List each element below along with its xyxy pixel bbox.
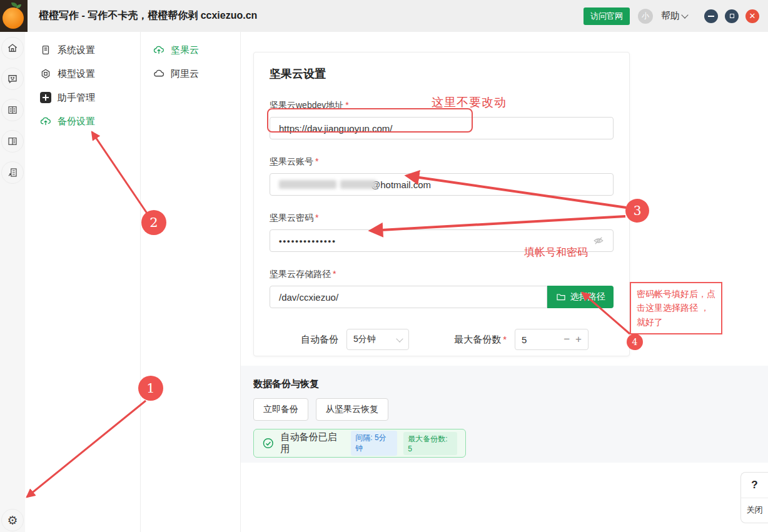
maximize-button[interactable] <box>725 9 739 23</box>
chevron-down-icon <box>681 11 688 18</box>
account-label: 坚果云账号* <box>270 156 614 168</box>
nav-item-assistant-management[interactable]: 助手管理 <box>25 86 140 109</box>
settings-gear-icon[interactable]: ⚙ <box>1 509 24 531</box>
password-input[interactable]: •••••••••••••• <box>270 229 614 252</box>
webdav-value: https://dav.jianguoyun.com/ <box>279 123 393 134</box>
required-asterisk: * <box>315 156 318 166</box>
auto-backup-value: 5分钟 <box>353 334 376 345</box>
pick-path-label: 选择路径 <box>570 291 605 303</box>
account-input[interactable]: @hotmail.com <box>270 173 614 196</box>
auto-backup-label: 自动备份 <box>301 334 338 346</box>
required-asterisk: * <box>503 334 507 344</box>
blurred-account-redaction <box>279 180 336 189</box>
password-label: 坚果云密码* <box>270 213 614 224</box>
account-visible-text: @hotmail.com <box>371 179 431 190</box>
home-icon[interactable] <box>1 37 24 59</box>
max-backup-group: 最大备份数* 5 − + <box>454 329 589 350</box>
nav-item-model-settings[interactable]: 模型设置 <box>25 62 140 86</box>
blurred-account-redaction <box>340 180 376 189</box>
subnav-label: 阿里云 <box>171 68 199 80</box>
folder-icon <box>556 292 566 302</box>
help-menu[interactable]: 帮助 <box>661 10 687 22</box>
minimize-icon <box>708 16 714 17</box>
required-asterisk: * <box>333 269 336 279</box>
chat-icon[interactable] <box>1 68 24 90</box>
subnav-item-jianguoyun[interactable]: 坚果云 <box>141 38 240 62</box>
logo-leaf <box>16 4 21 8</box>
path-field-group: 坚果云存储路径* /dav/ccxiezuo/ 选择路径 <box>270 269 614 308</box>
account-field-group: 坚果云账号* @hotmail.com <box>270 156 614 196</box>
subnav-label: 坚果云 <box>171 44 199 56</box>
titlebar: 橙橙写作 - 写作不卡壳，橙橙帮你剥 ccxiezuo.cn 访问官网 小 帮助… <box>0 0 768 32</box>
auto-backup-select[interactable]: 5分钟 <box>346 329 409 350</box>
webdav-label: 坚果云webdev地址* <box>270 100 614 111</box>
assistant-plus-icon <box>40 92 51 103</box>
icon-rail: ⚙ <box>0 32 25 532</box>
jianguoyun-settings-card: 坚果云设置 坚果云webdev地址* https://dav.jianguoyu… <box>253 52 630 356</box>
minimize-button[interactable] <box>704 9 718 23</box>
titlebar-actions: 访问官网 小 帮助 ✕ <box>584 8 768 25</box>
font-size-toggle[interactable]: 小 <box>638 9 653 24</box>
cloud-icon <box>153 68 164 79</box>
nav-item-system-settings[interactable]: 系统设置 <box>25 38 140 62</box>
backup-restore-section: 数据备份与恢复 立即备份 从坚果云恢复 自动备份已启用 间隔: 5分钟 最大备份… <box>241 366 768 463</box>
eye-off-icon[interactable] <box>593 235 604 246</box>
backup-buttons-row: 立即备份 从坚果云恢复 <box>253 398 755 421</box>
chevron-down-icon <box>396 335 403 342</box>
orange-logo-image <box>3 8 24 29</box>
nav-label: 备份设置 <box>58 116 95 128</box>
settings-nav: 系统设置 模型设置 助手管理 备份设置 <box>25 32 141 532</box>
backup-now-button[interactable]: 立即备份 <box>253 398 308 421</box>
library-icon[interactable] <box>1 99 24 121</box>
nav-item-backup-settings[interactable]: 备份设置 <box>25 109 140 133</box>
restore-from-cloud-button[interactable]: 从坚果云恢复 <box>316 398 388 421</box>
annotation-path-note: 密码帐号填好后，点击这里选择路径 ，就好了 <box>630 282 722 334</box>
cloud-upload-icon <box>40 116 51 127</box>
max-backup-value: 5 <box>522 334 527 345</box>
max-backup-label: 最大备份数* <box>454 334 507 346</box>
floating-widget: ? 关闭 <box>740 472 768 523</box>
stepper-plus-button[interactable]: + <box>575 333 582 346</box>
app-title: 橙橙写作 - 写作不卡壳，橙橙帮你剥 ccxiezuo.cn <box>39 9 257 23</box>
nav-label: 助手管理 <box>58 92 95 104</box>
max-backup-badge: 最大备份数: 5 <box>403 432 457 455</box>
path-label: 坚果云存储路径* <box>270 269 614 280</box>
section-title: 数据备份与恢复 <box>253 378 755 390</box>
auto-backup-status: 自动备份已启用 间隔: 5分钟 最大备份数: 5 <box>253 429 466 458</box>
password-masked-value: •••••••••••••• <box>279 236 336 246</box>
cloud-provider-nav: 坚果云 阿里云 <box>141 32 241 532</box>
nav-label: 模型设置 <box>58 68 95 80</box>
subnav-item-aliyun[interactable]: 阿里云 <box>141 62 240 86</box>
nav-label: 系统设置 <box>58 44 95 56</box>
card-title: 坚果云设置 <box>270 66 614 81</box>
path-value: /dav/ccxiezuo/ <box>279 292 338 303</box>
required-asterisk: * <box>315 213 318 223</box>
interval-badge: 间隔: 5分钟 <box>351 431 397 456</box>
webdav-field-group: 坚果云webdev地址* https://dav.jianguoyun.com/ <box>270 100 614 139</box>
max-backup-stepper[interactable]: 5 − + <box>515 329 589 350</box>
floating-help-button[interactable]: ? <box>741 473 768 498</box>
cloud-upload-icon <box>153 44 164 56</box>
stepper-minus-button[interactable]: − <box>563 333 570 346</box>
storage-path-input[interactable]: /dav/ccxiezuo/ <box>270 286 547 308</box>
required-asterisk: * <box>345 100 348 110</box>
reader-icon[interactable] <box>1 130 24 153</box>
app-logo <box>0 0 28 32</box>
app-window: 橙橙写作 - 写作不卡壳，橙橙帮你剥 ccxiezuo.cn 访问官网 小 帮助… <box>0 0 768 532</box>
gear-glyph: ⚙ <box>7 514 18 526</box>
window-controls: ✕ <box>704 9 759 23</box>
password-field-group: 坚果云密码* •••••••••••••• <box>270 213 614 252</box>
panel-export-icon[interactable] <box>1 161 24 184</box>
webdav-address-input[interactable]: https://dav.jianguoyun.com/ <box>270 117 614 139</box>
auto-backup-row: 自动备份 5分钟 最大备份数* 5 − + <box>270 329 614 350</box>
maximize-icon <box>730 14 734 18</box>
check-circle-icon <box>262 437 275 449</box>
floating-close-button[interactable]: 关闭 <box>741 498 768 523</box>
visit-website-button[interactable]: 访问官网 <box>584 8 630 25</box>
model-settings-icon <box>40 68 51 79</box>
status-text: 自动备份已启用 <box>281 431 345 455</box>
help-label: 帮助 <box>661 10 680 22</box>
path-row: /dav/ccxiezuo/ 选择路径 <box>270 286 614 308</box>
pick-path-button[interactable]: 选择路径 <box>547 286 614 308</box>
close-button[interactable]: ✕ <box>745 9 759 23</box>
